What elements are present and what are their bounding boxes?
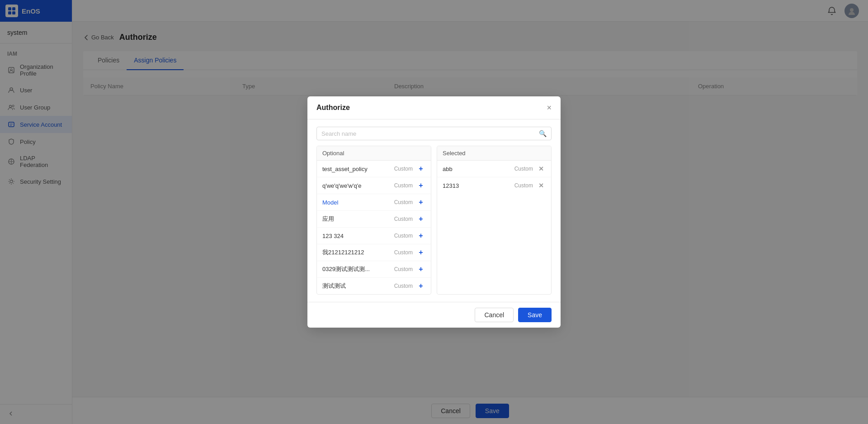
optional-item-name: 测试测试 [322,282,394,290]
modal-overlay: Authorize × 🔍 Optional test_asset_policy… [0,0,868,424]
optional-panel: Optional test_asset_policy Custom + q'we… [316,146,431,295]
optional-item-name: test_asset_policy [322,166,394,172]
optional-item-name: 我21212121212 [322,248,394,257]
modal-save-button[interactable]: Save [518,308,552,322]
optional-item-name: 123 324 [322,233,394,239]
selected-item-name: abb [443,166,514,172]
optional-item-name: 0329测试测试测... [322,265,394,273]
remove-item-button[interactable]: ✕ [537,164,546,173]
modal-cancel-button[interactable]: Cancel [475,308,514,322]
optional-panel-header: Optional [317,146,431,161]
optional-item[interactable]: 测试测试 Custom + [317,278,431,294]
modal-header: Authorize × [307,96,561,119]
selected-item-type: Custom [514,182,533,189]
selected-panel-header: Selected [437,146,551,161]
add-item-button[interactable]: + [416,281,425,291]
modal-title: Authorize [316,104,350,112]
selected-panel: Selected abb Custom ✕ 12313 Custom ✕ [437,146,552,295]
optional-item-name: Model [322,199,394,206]
optional-item-type: Custom [394,233,413,239]
selected-item[interactable]: 12313 Custom ✕ [437,177,551,194]
add-item-button[interactable]: + [416,265,425,274]
optional-item[interactable]: test_asset_policy Custom + [317,161,431,177]
search-icon: 🔍 [539,130,547,137]
optional-item[interactable]: Model Custom + [317,194,431,211]
optional-panel-body: test_asset_policy Custom + q'we'q'we'w'q… [317,161,431,294]
add-item-button[interactable]: + [416,181,425,190]
optional-item[interactable]: q'we'q'we'w'q'e Custom + [317,177,431,194]
optional-item[interactable]: 123 324 Custom + [317,228,431,244]
optional-item-type: Custom [394,283,413,289]
add-item-button[interactable]: + [416,198,425,207]
optional-item-type: Custom [394,199,413,205]
optional-item-type: Custom [394,166,413,172]
optional-item-type: Custom [394,182,413,189]
modal-body: 🔍 Optional test_asset_policy Custom + q'… [307,119,561,302]
selected-panel-body: abb Custom ✕ 12313 Custom ✕ [437,161,551,294]
selected-item[interactable]: abb Custom ✕ [437,161,551,177]
optional-item-type: Custom [394,249,413,256]
modal-close-button[interactable]: × [547,104,552,112]
optional-item[interactable]: 我21212121212 Custom + [317,244,431,261]
add-item-button[interactable]: + [416,248,425,257]
optional-item-type: Custom [394,216,413,222]
add-item-button[interactable]: + [416,164,425,173]
selected-item-type: Custom [514,166,533,172]
selected-item-name: 12313 [443,182,514,189]
transfer-container: Optional test_asset_policy Custom + q'we… [316,146,552,295]
modal-footer: Cancel Save [307,302,561,328]
remove-item-button[interactable]: ✕ [537,181,546,190]
optional-item-name: q'we'q'we'w'q'e [322,182,394,189]
optional-item[interactable]: 0329测试测试测... Custom + [317,261,431,278]
optional-item-name: 应用 [322,215,394,223]
optional-item-type: Custom [394,266,413,272]
add-item-button[interactable]: + [416,231,425,240]
optional-item[interactable]: 应用 Custom + [317,211,431,228]
authorize-modal: Authorize × 🔍 Optional test_asset_policy… [307,96,561,328]
search-input[interactable] [321,130,536,137]
search-box: 🔍 [316,127,552,140]
add-item-button[interactable]: + [416,214,425,224]
